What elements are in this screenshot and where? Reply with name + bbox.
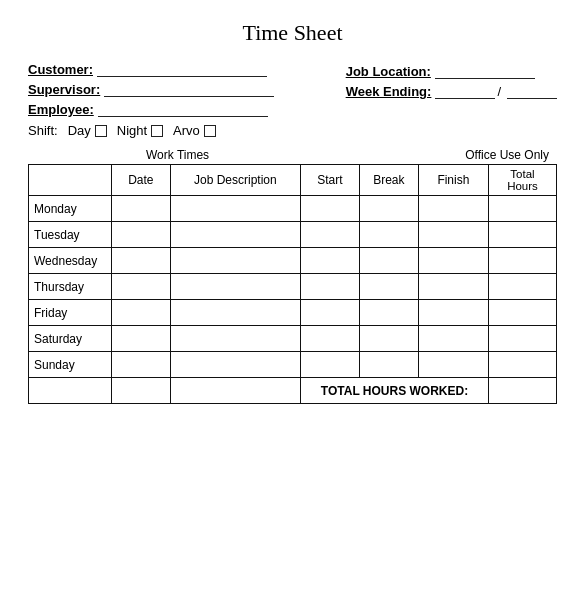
cell-start[interactable] [301, 326, 360, 352]
col-header-jobdesc: Job Description [170, 165, 300, 196]
cell-break[interactable] [359, 300, 418, 326]
cell-jobdesc[interactable] [170, 352, 300, 378]
cell-finish[interactable] [418, 352, 488, 378]
cell-jobdesc[interactable] [170, 248, 300, 274]
shift-row: Shift: Day Night Arvo [28, 123, 557, 138]
cell-finish[interactable] [418, 222, 488, 248]
cell-date[interactable] [111, 222, 170, 248]
page-title: Time Sheet [28, 20, 557, 46]
cell-break[interactable] [359, 274, 418, 300]
cell-break[interactable] [359, 196, 418, 222]
table-row: Friday [29, 300, 557, 326]
customer-field: Customer: [28, 62, 274, 77]
job-location-label: Job Location: [346, 64, 431, 79]
form-right: Job Location: Week Ending: / [346, 64, 557, 117]
cell-total[interactable] [489, 352, 557, 378]
cell-start[interactable] [301, 274, 360, 300]
week-ending-input-1[interactable] [435, 85, 495, 99]
table-row: Wednesday [29, 248, 557, 274]
total-hours-label: TOTAL HOURS WORKED: [301, 378, 489, 404]
cell-finish[interactable] [418, 300, 488, 326]
shift-label: Shift: [28, 123, 58, 138]
shift-day-option[interactable]: Day [68, 123, 107, 138]
cell-break[interactable] [359, 326, 418, 352]
table-row: Sunday [29, 352, 557, 378]
cell-start[interactable] [301, 248, 360, 274]
cell-total[interactable] [489, 248, 557, 274]
cell-start[interactable] [301, 352, 360, 378]
cell-date[interactable] [111, 300, 170, 326]
total-empty-1 [29, 378, 112, 404]
cell-date[interactable] [111, 248, 170, 274]
supervisor-field: Supervisor: [28, 82, 274, 97]
cell-day: Wednesday [29, 248, 112, 274]
cell-finish[interactable] [418, 326, 488, 352]
cell-finish[interactable] [418, 248, 488, 274]
section-headers: Work Times Office Use Only [28, 148, 557, 162]
cell-date[interactable] [111, 352, 170, 378]
cell-break[interactable] [359, 248, 418, 274]
total-hours-row: TOTAL HOURS WORKED: [29, 378, 557, 404]
employee-input[interactable] [98, 103, 268, 117]
week-ending-label: Week Ending: [346, 84, 432, 99]
cell-date[interactable] [111, 196, 170, 222]
customer-input[interactable] [97, 63, 267, 77]
cell-day: Friday [29, 300, 112, 326]
shift-arvo-option[interactable]: Arvo [173, 123, 216, 138]
col-header-date: Date [111, 165, 170, 196]
date-slash: / [497, 84, 501, 99]
cell-jobdesc[interactable] [170, 274, 300, 300]
total-hours-value[interactable] [489, 378, 557, 404]
shift-night-option[interactable]: Night [117, 123, 163, 138]
cell-break[interactable] [359, 352, 418, 378]
shift-night-checkbox[interactable] [151, 125, 163, 137]
col-header-day [29, 165, 112, 196]
form-left: Customer: Supervisor: Employee: [28, 62, 274, 117]
shift-arvo-checkbox[interactable] [204, 125, 216, 137]
col-header-start: Start [301, 165, 360, 196]
cell-total[interactable] [489, 326, 557, 352]
cell-total[interactable] [489, 274, 557, 300]
week-ending-field: Week Ending: / [346, 84, 557, 99]
cell-jobdesc[interactable] [170, 196, 300, 222]
job-location-input[interactable] [435, 65, 535, 79]
shift-day-checkbox[interactable] [95, 125, 107, 137]
timesheet-page: Time Sheet Customer: Supervisor: Employe… [0, 0, 585, 597]
timesheet-table: Date Job Description Start Break Finish … [28, 164, 557, 404]
col-header-break: Break [359, 165, 418, 196]
col-header-finish: Finish [418, 165, 488, 196]
table-row: Thursday [29, 274, 557, 300]
job-location-field: Job Location: [346, 64, 557, 79]
work-times-header: Work Times [146, 148, 209, 162]
shift-arvo-label: Arvo [173, 123, 200, 138]
cell-total[interactable] [489, 300, 557, 326]
cell-total[interactable] [489, 222, 557, 248]
supervisor-input[interactable] [104, 83, 274, 97]
office-use-header: Office Use Only [465, 148, 549, 162]
cell-day: Monday [29, 196, 112, 222]
cell-jobdesc[interactable] [170, 326, 300, 352]
cell-finish[interactable] [418, 196, 488, 222]
cell-jobdesc[interactable] [170, 300, 300, 326]
cell-day: Saturday [29, 326, 112, 352]
cell-day: Sunday [29, 352, 112, 378]
cell-start[interactable] [301, 300, 360, 326]
cell-total[interactable] [489, 196, 557, 222]
form-section: Customer: Supervisor: Employee: Job Loca… [28, 62, 557, 117]
cell-start[interactable] [301, 196, 360, 222]
shift-night-label: Night [117, 123, 147, 138]
supervisor-label: Supervisor: [28, 82, 100, 97]
employee-label: Employee: [28, 102, 94, 117]
cell-finish[interactable] [418, 274, 488, 300]
table-row: Tuesday [29, 222, 557, 248]
cell-date[interactable] [111, 274, 170, 300]
cell-day: Thursday [29, 274, 112, 300]
shift-day-label: Day [68, 123, 91, 138]
cell-date[interactable] [111, 326, 170, 352]
week-ending-input-2[interactable] [507, 85, 557, 99]
cell-break[interactable] [359, 222, 418, 248]
cell-start[interactable] [301, 222, 360, 248]
cell-jobdesc[interactable] [170, 222, 300, 248]
cell-day: Tuesday [29, 222, 112, 248]
customer-label: Customer: [28, 62, 93, 77]
